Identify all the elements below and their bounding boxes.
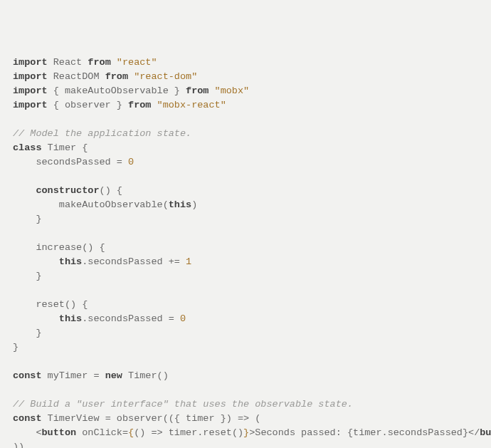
code-line: reset() { xyxy=(13,298,478,312)
code-line: const TimerView = observer(({ timer }) =… xyxy=(13,412,478,426)
token-num: 0 xyxy=(128,157,134,167)
token-kw: class xyxy=(13,142,42,153)
code-line: secondsPassed = 0 xyxy=(13,155,478,170)
code-line: makeAutoObservable(this) xyxy=(13,198,478,212)
token-str: "mobx" xyxy=(215,85,250,96)
token-kw: button xyxy=(480,427,491,438)
token-com: // Build a "user interface" that uses th… xyxy=(13,399,353,410)
code-line: this.secondsPassed += 1 xyxy=(13,255,478,269)
token-kw: new xyxy=(105,370,122,381)
code-line: import React from "react" xyxy=(13,56,478,70)
token-kw: this xyxy=(169,199,191,210)
token-kw: import xyxy=(13,57,48,68)
code-line: constructor() { xyxy=(13,184,478,198)
code-line: import { observer } from "mobx-react" xyxy=(13,98,478,113)
token-num: 1 xyxy=(186,256,191,267)
token-kw: from xyxy=(128,100,151,110)
code-line xyxy=(13,283,478,298)
code-line: class Timer { xyxy=(13,141,478,155)
token-kw: from xyxy=(105,71,128,82)
code-line xyxy=(13,113,478,127)
code-line: } xyxy=(13,269,478,283)
token-num: } xyxy=(243,427,249,438)
code-line: // Build a "user interface" that uses th… xyxy=(13,397,478,412)
token-kw: const xyxy=(13,370,42,381)
token-kw: from xyxy=(186,85,208,96)
token-kw: constructor xyxy=(36,185,99,196)
code-line: import { makeAutoObservable } from "mobx… xyxy=(13,84,478,98)
token-kw: from xyxy=(88,57,110,68)
code-line xyxy=(13,170,478,184)
code-line: } xyxy=(13,212,478,226)
token-kw: const xyxy=(13,413,42,424)
code-line: this.secondsPassed = 0 xyxy=(13,312,478,326)
code-line: } xyxy=(13,340,478,355)
token-kw: this xyxy=(59,256,82,267)
code-line: increase() { xyxy=(13,241,478,255)
code-line: const myTimer = new Timer() xyxy=(13,369,478,383)
token-kw: button xyxy=(42,427,77,438)
token-kw: import xyxy=(13,71,48,82)
token-kw: this xyxy=(59,313,82,324)
token-str: "react" xyxy=(117,57,157,68)
token-num: { xyxy=(128,427,134,438)
code-line xyxy=(13,226,478,241)
token-kw: import xyxy=(13,85,48,96)
code-line: import ReactDOM from "react-dom" xyxy=(13,70,478,84)
code-line xyxy=(13,383,478,397)
code-line: // Model the application state. xyxy=(13,127,478,141)
code-line: } xyxy=(13,326,478,340)
token-num: 0 xyxy=(180,313,186,324)
token-kw: import xyxy=(13,100,48,110)
code-line: <button onClick={() => timer.reset()}>Se… xyxy=(13,426,478,440)
code-block: import React from "react"import ReactDOM… xyxy=(13,56,478,448)
token-com: // Model the application state. xyxy=(13,128,191,139)
code-line: )) xyxy=(13,440,478,448)
token-str: "react-dom" xyxy=(134,71,197,82)
code-line xyxy=(13,355,478,369)
token-str: "mobx-react" xyxy=(157,100,226,110)
